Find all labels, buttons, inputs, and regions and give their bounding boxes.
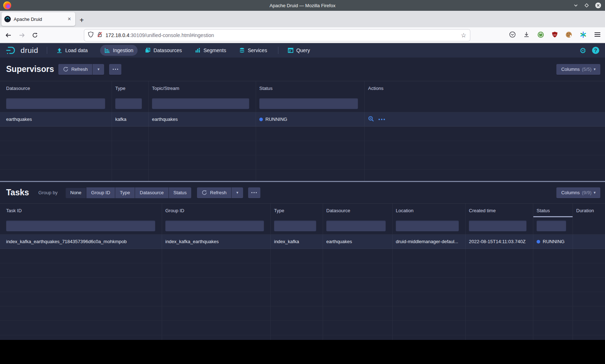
back-icon[interactable] [3, 30, 14, 41]
ingestion-icon [104, 47, 110, 53]
svg-text:UO: UO [553, 34, 556, 36]
group-by-status-button[interactable]: Status [169, 187, 192, 198]
window-maximize-icon[interactable] [584, 3, 589, 8]
supervisors-more-button[interactable] [109, 64, 121, 75]
window-minimize-icon[interactable] [573, 3, 578, 8]
download-icon[interactable] [523, 31, 530, 39]
status-dot [259, 118, 263, 121]
supervisor-datasource[interactable]: earthquakes [0, 112, 112, 126]
url-text[interactable]: 172.18.0.4:30109/unified-console.html#in… [106, 32, 461, 38]
column-header[interactable]: Location [393, 204, 466, 217]
bookmark-star-icon[interactable]: ☆ [461, 32, 466, 39]
tab-apache-druid[interactable]: Apache Druid × [1, 12, 75, 26]
menu-hamburger-icon[interactable] [594, 32, 601, 38]
extension-green-icon[interactable] [537, 31, 544, 40]
desktop-screen: Apache Druid — Mozilla Firefox Apache Dr… [0, 0, 605, 364]
supervisors-refresh-button[interactable]: Refresh [58, 64, 93, 75]
supervisor-topic[interactable]: earthquakes [149, 112, 256, 126]
task-status[interactable]: RUNNING [533, 235, 573, 249]
columns-count: (9/9) [582, 190, 592, 195]
tasks-refresh-button[interactable]: Refresh [197, 187, 231, 198]
new-tab-button[interactable]: + [80, 17, 84, 24]
group-by-none-button[interactable]: None [66, 187, 86, 198]
task-row[interactable]: index_kafka_earthquakes_7184357396d6c0a_… [0, 235, 605, 249]
filter-group-id-input[interactable] [165, 220, 264, 231]
filter-type-input[interactable] [115, 98, 142, 109]
ublock-icon[interactable]: UO [552, 31, 558, 39]
tab-close-icon[interactable]: × [66, 15, 72, 23]
filter-type-input[interactable] [274, 220, 316, 231]
tasks-columns-button[interactable]: Columns (9/9) ▾ [556, 187, 600, 198]
extension-asterisk-icon[interactable] [580, 31, 587, 40]
supervisors-columns-button[interactable]: Columns (5/5) ▾ [556, 64, 600, 75]
nav-query[interactable]: Query [283, 45, 314, 56]
inspect-magnifier-icon[interactable] [368, 116, 374, 123]
column-header[interactable]: Task ID [0, 204, 162, 217]
load-data-icon [57, 47, 62, 53]
group-by-datasource-button[interactable]: Datasource [135, 187, 168, 198]
filter-datasource-input[interactable] [326, 220, 386, 231]
column-header[interactable]: Type [271, 204, 323, 217]
nav-query-label: Query [296, 47, 310, 53]
column-header[interactable]: Datasource [0, 81, 112, 95]
supervisor-type[interactable]: kafka [112, 112, 149, 126]
column-header[interactable]: Type [112, 81, 149, 95]
row-more-actions-icon[interactable] [378, 119, 385, 120]
column-header[interactable]: Topic/Stream [149, 81, 256, 95]
column-header[interactable]: Datasource [323, 204, 393, 217]
column-header-sorted[interactable]: Status [533, 204, 573, 217]
columns-label: Columns [561, 190, 579, 195]
window-close-icon[interactable] [595, 2, 601, 9]
task-id[interactable]: index_kafka_earthquakes_7184357396d6c0a_… [0, 235, 162, 249]
group-by-type-button[interactable]: Type [115, 187, 135, 198]
tab-strip: Apache Druid × + [0, 11, 605, 27]
filter-topic-input[interactable] [152, 98, 249, 109]
shield-icon[interactable] [88, 31, 94, 39]
supervisor-status[interactable]: RUNNING [256, 112, 365, 126]
filter-status-input[interactable] [537, 220, 566, 231]
task-group-id[interactable]: index_kafka_earthquakes [162, 235, 271, 249]
nav-ingestion[interactable]: Ingestion [100, 45, 138, 56]
tasks-more-button[interactable] [248, 187, 260, 198]
nav-datasources[interactable]: Datasources [140, 45, 186, 56]
segments-icon [195, 47, 201, 53]
nav-segments[interactable]: Segments [191, 45, 230, 56]
pocket-icon[interactable] [509, 31, 516, 39]
filter-datasource-input[interactable] [6, 98, 105, 109]
column-header[interactable]: Status [256, 81, 365, 95]
task-type[interactable]: index_kafka [271, 235, 323, 249]
group-by-button-group: None Group ID Type Datasource Status [66, 187, 191, 198]
filter-task-id-input[interactable] [6, 220, 155, 231]
table-row-empty [0, 306, 605, 321]
tasks-table: Task ID Group ID Type Datasource Locatio… [0, 203, 605, 340]
forward-icon[interactable] [17, 30, 27, 41]
task-datasource[interactable]: earthquakes [323, 235, 393, 249]
column-header[interactable]: Group ID [162, 204, 271, 217]
column-header[interactable]: Duration [573, 204, 605, 217]
supervisors-refresh-caret-button[interactable]: ▾ [93, 64, 104, 75]
column-header: Actions [365, 81, 605, 95]
url-bar[interactable]: 172.18.0.4:30109/unified-console.html#in… [84, 29, 470, 41]
table-row-empty [0, 249, 605, 263]
window-titlebar: Apache Druid — Mozilla Firefox [0, 0, 605, 11]
tasks-refresh-caret-button[interactable]: ▾ [232, 187, 243, 198]
column-header[interactable]: Created time [466, 204, 533, 217]
lock-disabled-icon[interactable] [97, 31, 103, 39]
reload-icon[interactable] [30, 30, 40, 41]
nav-load-data[interactable]: Load data [52, 45, 92, 56]
filter-created-time-input[interactable] [469, 220, 526, 231]
filter-status-input[interactable] [259, 98, 358, 109]
cookie-extension-icon[interactable] [565, 31, 572, 40]
nav-services[interactable]: Services [235, 45, 272, 56]
task-location[interactable]: druid-middlemanager-defaul... [393, 235, 466, 249]
group-by-group-id-button[interactable]: Group ID [86, 187, 115, 198]
filter-location-input[interactable] [396, 220, 459, 231]
druid-logo[interactable]: druid [6, 46, 38, 55]
settings-gear-icon[interactable]: ⚙ [579, 47, 586, 54]
task-created-time[interactable]: 2022-08-15T14:11:03.740Z [466, 235, 533, 249]
druid-favicon [4, 16, 11, 22]
query-icon [288, 47, 293, 53]
help-icon[interactable]: ? [592, 47, 599, 54]
desktop-background [0, 340, 605, 364]
supervisor-row[interactable]: earthquakes kafka earthquakes RUNNING [0, 112, 605, 127]
